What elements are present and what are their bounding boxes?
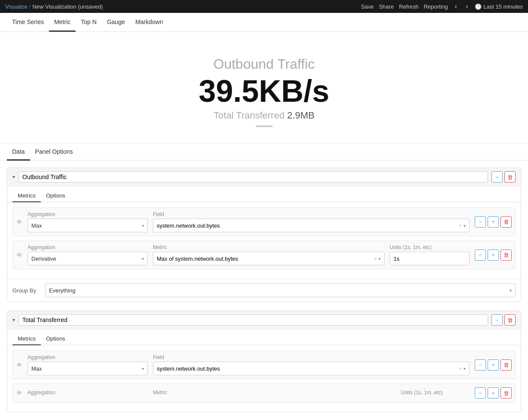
nav-next-button[interactable]: › [464,3,470,10]
metric-row-total-2-delete[interactable]: 🗑 [501,387,512,399]
section-outbound-chevron[interactable]: ▾ [12,174,15,180]
metric-row-1-move[interactable]: − [475,216,486,228]
field-clear-total-1[interactable]: × [459,366,462,371]
agg-label-1: Aggregation [27,211,148,217]
section-outbound-subtabs: Metrics Options [7,186,521,202]
field-value-1[interactable] [157,222,459,229]
agg-group-total-1: Aggregation Max ▾ [27,354,148,375]
metric-row-2-move[interactable]: − [475,250,486,261]
eye-icon-2[interactable]: 👁 [16,252,22,259]
subtab-total-metrics[interactable]: Metrics [12,333,41,345]
subtab-total-options[interactable]: Options [41,333,70,345]
tab-top-n[interactable]: Top N [76,13,102,32]
agg-value-total-1: Max [31,365,42,372]
topbar: Visualize / New Visualization (unsaved) … [0,0,528,13]
metric-row-1: 👁 Aggregation Max ▾ Field × [12,207,516,236]
tab-data[interactable]: Data [7,143,30,161]
metric-group-total-2: Metric [153,390,396,397]
agg-group-2: Aggregation Derivative ▾ [27,244,148,265]
section-outbound: ▾ − 🗑 Metrics Options 👁 Aggregation Max [7,167,521,302]
agg-group-total-2: Aggregation [27,390,148,397]
field-dropdown-total-1[interactable]: ▾ [464,366,466,371]
agg-label-total-1: Aggregation [27,354,148,360]
metric-row-1-delete[interactable]: 🗑 [501,216,512,228]
section-total-actions: − 🗑 [491,314,516,326]
metric-row-total-1-inner: Aggregation Max ▾ Field × ▾ [27,354,470,375]
metric-row-1-inner: Aggregation Max ▾ Field × ▾ [27,211,470,232]
metric-row-1-add[interactable]: + [488,216,499,228]
viz-title: Outbound Traffic [214,56,315,72]
tab-gauge[interactable]: Gauge [102,13,130,32]
section-outbound-delete[interactable]: 🗑 [504,171,516,183]
metric-row-2: 👁 Aggregation Derivative ▾ Metric × [12,240,516,269]
field-label-total-1: Field [153,354,470,360]
agg-value-2: Derivative [31,256,56,262]
field-group-1: Field × ▾ [153,211,470,232]
time-range[interactable]: 🕐 Last 15 minutes [475,3,523,10]
metric-row-2-delete[interactable]: 🗑 [501,250,512,261]
subtab-outbound-metrics[interactable]: Metrics [12,190,41,202]
group-by-row-1: Group By Everything ▾ [7,279,521,301]
metric-row-1-actions: − + 🗑 [475,216,512,228]
resize-handle[interactable] [256,125,273,127]
section-outbound-name-input[interactable] [18,171,488,183]
section-total-chevron[interactable]: ▾ [12,317,15,323]
reporting-button[interactable]: Reporting [424,3,448,10]
tab-metric[interactable]: Metric [49,13,76,32]
metric-label-2: Metric [153,244,385,250]
field-value-total-1[interactable] [157,365,459,372]
tab-markdown[interactable]: Markdown [130,13,168,32]
section-total: ▾ − 🗑 Metrics Options 👁 Aggregation Max [7,310,521,412]
agg-caret-2: ▾ [142,256,144,261]
group-by-label-1: Group By [12,287,40,294]
agg-select-2[interactable]: Derivative ▾ [27,252,148,265]
agg-select-total-1[interactable]: Max ▾ [27,362,148,375]
topbar-right: Save Share Refresh Reporting ‹ › 🕐 Last … [361,3,523,10]
agg-select-1[interactable]: Max ▾ [27,219,148,232]
field-group-total-1: Field × ▾ [153,354,470,375]
metric-row-total-1-actions: − + 🗑 [475,359,512,371]
section-outbound-move-up[interactable]: − [491,171,503,183]
metric-row-total-2-move[interactable]: − [475,387,486,399]
panel-content: ▾ − 🗑 Metrics Options 👁 Aggregation Max [0,161,528,420]
eye-icon-total-2[interactable]: 👁 [16,390,22,396]
tab-time-series[interactable]: Time Series [7,13,49,32]
save-button[interactable]: Save [361,3,374,10]
metric-row-2-add[interactable]: + [488,250,499,261]
metric-clear-2[interactable]: × [374,256,377,261]
eye-icon-1[interactable]: 👁 [16,219,22,225]
units-value-2[interactable] [394,256,466,262]
metric-row-total-2-add[interactable]: + [488,387,499,399]
section-total-metrics-content: 👁 Aggregation Max ▾ Field × [7,345,521,412]
agg-group-1: Aggregation Max ▾ [27,211,148,232]
subtab-outbound-options[interactable]: Options [41,190,70,202]
metric-row-total-1-delete[interactable]: 🗑 [501,359,512,371]
section-outbound-header: ▾ − 🗑 [7,168,521,186]
metric-row-total-2-inner: Aggregation Metric Units (1s, 1m, etc) [27,390,470,397]
metric-value-2[interactable] [157,256,374,262]
metric-row-total-1-move[interactable]: − [475,359,486,371]
time-range-label: Last 15 minutes [483,3,523,10]
metric-dropdown-2[interactable]: ▾ [378,256,381,261]
visualization-area: Outbound Traffic 39.5KB/s Total Transfer… [0,32,528,143]
nav-prev-button[interactable]: ‹ [453,3,459,10]
share-button[interactable]: Share [379,3,394,10]
eye-icon-total-1[interactable]: 👁 [16,362,22,368]
clock-icon: 🕐 [475,3,482,10]
group-by-caret-1: ▾ [510,288,512,293]
section-total-name-input[interactable] [18,314,488,326]
metric-row-2-inner: Aggregation Derivative ▾ Metric × ▾ [27,244,470,265]
group-by-select-1[interactable]: Everything ▾ [45,283,516,297]
metric-group-2: Metric × ▾ [153,244,385,265]
metric-row-total-1: 👁 Aggregation Max ▾ Field × [12,350,516,379]
visualize-link[interactable]: Visualize [5,3,27,10]
field-dropdown-1[interactable]: ▾ [464,223,466,228]
section-total-delete[interactable]: 🗑 [504,314,516,326]
section-total-subtabs: Metrics Options [7,329,521,345]
refresh-button[interactable]: Refresh [399,3,419,10]
field-clear-1[interactable]: × [459,223,462,228]
section-total-move-up[interactable]: − [491,314,503,326]
metric-input-2: × ▾ [153,252,385,265]
tab-panel-options[interactable]: Panel Options [30,143,78,161]
metric-row-total-1-add[interactable]: + [488,359,499,371]
